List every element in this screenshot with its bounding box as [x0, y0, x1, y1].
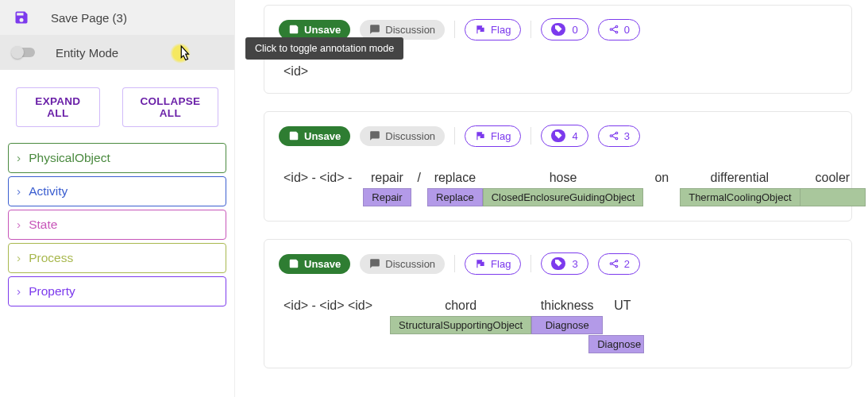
divider [530, 255, 531, 272]
annotation-card: Unsave Discussion Flag 4 3 <id> - <id> -… [264, 111, 852, 222]
annotation-tag[interactable]: Diagnose [588, 335, 644, 353]
divider [530, 21, 531, 38]
tag-count-button[interactable]: 3 [541, 252, 588, 275]
svg-point-0 [610, 29, 612, 31]
svg-point-4 [615, 132, 618, 134]
category-activity[interactable]: ›Activity [8, 176, 226, 206]
chat-icon [369, 24, 380, 35]
annotation-tag[interactable]: Repair [363, 188, 411, 206]
share-icon [608, 258, 619, 269]
category-list: ›PhysicalObject ›Activity ›State ›Proces… [0, 143, 234, 306]
annotation-tag[interactable]: Replace [427, 188, 483, 206]
sidebar: Save Page (3) Entity Mode EXPAND ALL COL… [0, 0, 235, 397]
chevron-right-icon: › [17, 218, 21, 232]
save-icon [288, 130, 299, 141]
svg-point-1 [615, 25, 618, 28]
svg-point-6 [610, 263, 612, 265]
tag-icon [551, 129, 565, 142]
flag-button[interactable]: Flag [465, 19, 521, 40]
share-icon [608, 130, 619, 141]
tag-count-button[interactable]: 4 [541, 125, 588, 147]
chevron-right-icon: › [17, 184, 21, 198]
share-count-button[interactable]: 3 [598, 125, 640, 147]
annotation-tag[interactable]: StructuralSupportingObject [390, 316, 531, 334]
save-icon [288, 24, 299, 35]
save-icon [13, 9, 30, 26]
entity-mode-label: Entity Mode [56, 46, 118, 60]
share-icon [608, 24, 619, 35]
text-content[interactable]: <id> [279, 64, 837, 79]
collapse-all-button[interactable]: COLLAPSE ALL [122, 87, 218, 127]
flag-icon [475, 24, 486, 35]
discussion-button[interactable]: Discussion [360, 126, 445, 146]
save-page-label: Save Page (3) [51, 11, 127, 25]
category-process[interactable]: ›Process [8, 243, 226, 273]
divider [454, 127, 455, 145]
divider [454, 21, 455, 38]
flag-icon [475, 130, 486, 141]
chat-icon [369, 258, 380, 269]
entity-mode-toggle[interactable]: Entity Mode [0, 35, 234, 70]
svg-point-2 [615, 31, 618, 33]
chat-icon [369, 130, 380, 141]
annotated-text[interactable]: <id> - <id> - repairRepair / replaceRepl… [279, 171, 837, 206]
annotation-tag[interactable]: Diagnose [531, 316, 603, 334]
category-property[interactable]: ›Property [8, 276, 226, 306]
annotated-text[interactable]: <id> - <id> <id> chordStructuralSupporti… [279, 299, 837, 353]
chevron-right-icon: › [17, 251, 21, 265]
share-count-button[interactable]: 0 [598, 19, 640, 40]
tag-count-button[interactable]: 0 [541, 18, 588, 40]
tooltip: Click to toggle annotation mode [245, 37, 403, 60]
category-physicalobject[interactable]: ›PhysicalObject [8, 143, 226, 173]
flag-button[interactable]: Flag [465, 253, 521, 275]
unsave-button[interactable]: Unsave [279, 126, 350, 146]
svg-point-3 [610, 135, 612, 137]
annotation-tag-continuation[interactable]: . [800, 188, 866, 206]
discussion-button[interactable]: Discussion [360, 254, 445, 274]
svg-point-5 [615, 137, 618, 140]
unsave-button[interactable]: Unsave [279, 254, 350, 274]
divider [530, 127, 531, 145]
share-count-button[interactable]: 2 [598, 253, 640, 275]
save-page-button[interactable]: Save Page (3) [0, 0, 234, 35]
flag-icon [475, 258, 486, 269]
annotation-card: Unsave Discussion Flag 3 2 <id> - <id> <… [264, 239, 852, 368]
discussion-button[interactable]: Discussion [360, 20, 445, 40]
unsave-button[interactable]: Unsave [279, 20, 350, 40]
toggle-switch[interactable] [13, 48, 35, 57]
tag-icon [551, 257, 565, 270]
category-state[interactable]: ›State [8, 210, 226, 240]
save-icon [288, 258, 299, 269]
tag-icon [551, 23, 565, 36]
main-content: Unsave Discussion Flag 0 0 <id> Unsave D… [235, 0, 868, 397]
svg-point-8 [615, 265, 618, 268]
annotation-tag[interactable]: ThermalCoolingObject [680, 188, 800, 206]
flag-button[interactable]: Flag [465, 125, 521, 147]
expand-all-button[interactable]: EXPAND ALL [16, 87, 100, 127]
svg-point-7 [615, 260, 618, 262]
pointer-cursor [175, 44, 192, 67]
chevron-right-icon: › [17, 151, 21, 165]
chevron-right-icon: › [17, 284, 21, 299]
divider [454, 255, 455, 272]
annotation-tag[interactable]: ClosedEnclosureGuidingObject [483, 188, 644, 206]
